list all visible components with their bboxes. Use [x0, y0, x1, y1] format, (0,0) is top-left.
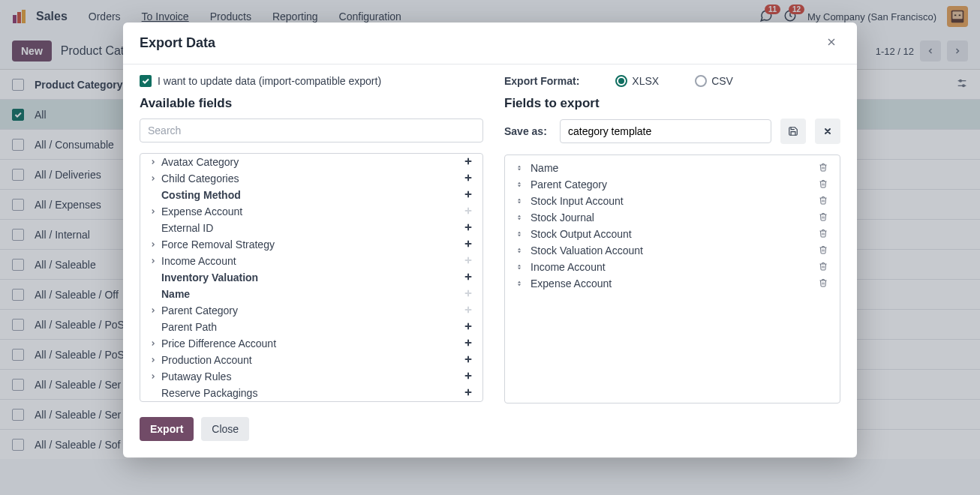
expand-toggle[interactable] [149, 158, 160, 166]
remove-field-button[interactable] [819, 278, 829, 290]
expand-toggle[interactable] [149, 373, 160, 380]
add-field-button[interactable] [463, 354, 473, 366]
trash-icon [819, 245, 828, 254]
field-label: Inventory Valuation [160, 272, 463, 284]
add-field-button[interactable] [463, 156, 473, 168]
add-field-button[interactable] [463, 338, 473, 350]
modal-overlay[interactable]: Export Data I want to update data (impor… [0, 0, 980, 495]
add-field-button[interactable] [463, 387, 473, 399]
plus-icon [464, 289, 473, 298]
expand-toggle[interactable] [149, 356, 160, 364]
available-field-row[interactable]: Income Account [140, 253, 482, 269]
floppy-disk-icon [788, 126, 798, 136]
remove-field-button[interactable] [819, 195, 829, 207]
add-field-button[interactable] [463, 222, 473, 234]
plus-icon [464, 223, 473, 232]
remove-field-button[interactable] [819, 228, 829, 240]
fields-to-export-list: Name Parent Category Stock Input Account [504, 154, 840, 404]
available-field-row[interactable]: Name [140, 286, 482, 302]
available-field-row[interactable]: Costing Method [140, 187, 482, 203]
export-button[interactable]: Export [140, 417, 194, 441]
add-field-button[interactable] [463, 321, 473, 333]
radio-csv[interactable] [695, 75, 707, 87]
chevron-right-icon [149, 257, 157, 265]
export-field-row[interactable]: Income Account [505, 259, 840, 275]
add-field-button[interactable] [463, 272, 473, 284]
remove-field-button[interactable] [819, 244, 829, 256]
chevron-right-icon [149, 241, 157, 248]
plus-icon [464, 322, 473, 331]
available-field-row[interactable]: Reserve Packagings [140, 385, 482, 401]
drag-handle[interactable] [516, 164, 526, 172]
close-icon [825, 36, 837, 48]
available-field-row[interactable]: Price Difference Account [140, 335, 482, 352]
add-field-button[interactable] [463, 238, 473, 250]
drag-handle[interactable] [516, 196, 526, 206]
available-field-row[interactable]: Production Account [140, 352, 482, 368]
available-field-row[interactable]: Force Removal Strategy [140, 236, 482, 253]
export-field-row[interactable]: Stock Input Account [505, 193, 840, 209]
export-format-csv[interactable]: CSV [695, 75, 733, 87]
template-name-input[interactable] [560, 119, 771, 143]
add-field-button[interactable] [463, 189, 473, 201]
add-field-button[interactable] [463, 172, 473, 184]
close-button[interactable]: Close [201, 417, 249, 441]
trash-icon [819, 196, 828, 205]
available-field-row[interactable]: Child Categories [140, 170, 482, 187]
export-format-xlsx[interactable]: XLSX [615, 75, 659, 87]
export-field-row[interactable]: Stock Journal [505, 209, 840, 226]
trash-icon [819, 278, 828, 287]
check-icon [141, 76, 150, 86]
expand-toggle[interactable] [149, 340, 160, 347]
export-field-row[interactable]: Name [505, 160, 840, 176]
expand-toggle[interactable] [149, 257, 160, 265]
radio-csv-label: CSV [711, 75, 733, 87]
export-field-row[interactable]: Stock Valuation Account [505, 242, 840, 259]
available-field-row[interactable]: Avatax Category [140, 154, 482, 170]
modal-close-button[interactable] [822, 33, 840, 53]
expand-toggle[interactable] [149, 307, 160, 314]
remove-field-button[interactable] [819, 212, 829, 224]
export-field-row[interactable]: Parent Category [505, 176, 840, 193]
field-label: Price Difference Account [160, 338, 463, 350]
field-label: External ID [160, 222, 463, 234]
drag-handle[interactable] [516, 246, 526, 255]
expand-toggle[interactable] [149, 175, 160, 182]
drag-handle[interactable] [516, 230, 526, 238]
delete-template-button[interactable] [815, 118, 840, 144]
radio-xlsx[interactable] [615, 75, 627, 87]
available-field-row[interactable]: Putaway Rules [140, 368, 482, 385]
add-field-button[interactable] [463, 370, 473, 382]
available-field-row[interactable]: External ID [140, 220, 482, 236]
export-field-row[interactable]: Stock Output Account [505, 226, 840, 242]
fields-to-export-heading: Fields to export [504, 96, 840, 111]
remove-field-button[interactable] [819, 178, 829, 190]
expand-toggle[interactable] [149, 208, 160, 215]
import-compatible-checkbox[interactable] [140, 75, 152, 87]
field-label: Reserve Packagings [160, 387, 463, 399]
drag-handle[interactable] [516, 279, 526, 288]
plus-icon [464, 157, 473, 166]
import-compatible-label: I want to update data (import-compatible… [158, 75, 381, 87]
save-template-button[interactable] [780, 118, 806, 144]
available-fields-search-input[interactable] [140, 118, 483, 142]
field-label: Force Removal Strategy [160, 238, 463, 250]
available-field-row[interactable]: Expense Account [140, 203, 482, 220]
modal-footer: Export Close [123, 406, 857, 458]
remove-field-button[interactable] [819, 162, 829, 174]
import-compatible-toggle[interactable]: I want to update data (import-compatible… [140, 75, 483, 87]
export-field-row[interactable]: Expense Account [505, 275, 840, 292]
expand-toggle[interactable] [149, 241, 160, 248]
drag-handle[interactable] [516, 180, 526, 189]
sort-icon [516, 196, 523, 206]
export-data-dialog: Export Data I want to update data (impor… [123, 22, 857, 458]
drag-handle[interactable] [516, 262, 526, 272]
remove-field-button[interactable] [819, 261, 829, 273]
available-field-row[interactable]: Parent Category [140, 302, 482, 319]
available-field-row[interactable]: Inventory Valuation [140, 269, 482, 286]
available-field-row[interactable]: Parent Path [140, 319, 482, 335]
drag-handle[interactable] [516, 213, 526, 222]
field-label: Production Account [160, 354, 463, 366]
export-field-label: Parent Category [526, 178, 819, 190]
x-bold-icon [823, 127, 832, 136]
